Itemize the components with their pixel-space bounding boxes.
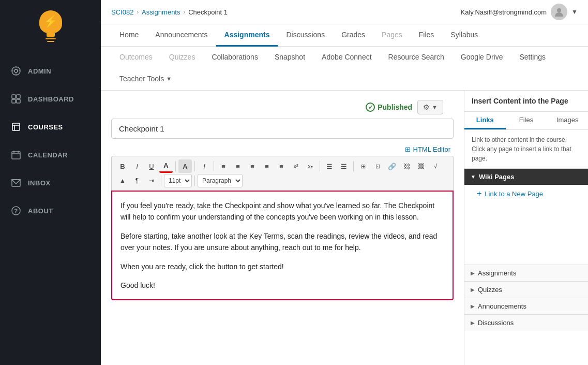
superscript-button[interactable]: x²	[289, 159, 303, 173]
subscript-button[interactable]: x₂	[304, 159, 317, 173]
tab-grades[interactable]: Grades	[333, 24, 373, 47]
editor-body[interactable]: If you feel you're ready, take the Check…	[111, 191, 454, 300]
quizzes-arrow-icon: ▶	[471, 287, 475, 293]
sidebar-item-inbox[interactable]: INBOX	[0, 169, 101, 197]
sidebar-item-admin[interactable]: ADMIN	[0, 57, 101, 85]
bold-button[interactable]: B	[116, 159, 129, 173]
tab-snapshot[interactable]: Snapshot	[266, 47, 313, 69]
sidebar-item-label: INBOX	[28, 179, 51, 187]
new-page-link[interactable]: + Link to a New Page	[464, 185, 588, 202]
sidebar-item-dashboard[interactable]: DASHBOARD	[0, 85, 101, 113]
tab-assignments[interactable]: Assignments	[216, 24, 278, 47]
indent-button[interactable]: ≡	[260, 159, 274, 173]
svg-rect-8	[12, 99, 16, 103]
paragraph-style-select[interactable]: Paragraph	[198, 174, 243, 187]
assignment-title-input[interactable]	[111, 119, 454, 139]
discussions-arrow-icon: ▶	[471, 320, 475, 326]
editor-paragraph-1: If you feel you're ready, take the Check…	[120, 200, 444, 223]
editor-toolbar: B I U A A I ≡ ≡ ≡ ≡ ≡ x² x₂ ☰ ☰ ⊞	[111, 156, 454, 191]
announcements-section-collapse[interactable]: ▶ Announcements	[464, 298, 588, 314]
text-color-button[interactable]: A	[159, 159, 173, 173]
right-tab-images[interactable]: Images	[547, 112, 588, 129]
content-area: ✓ Published ⚙ ▼ ⊞ HTML Editor B I	[101, 91, 588, 365]
tab-announcements[interactable]: Announcements	[147, 24, 216, 47]
app-logo: ⚡	[35, 5, 66, 47]
tab-discussions[interactable]: Discussions	[278, 24, 333, 47]
primary-nav: Home Announcements Assignments Discussio…	[101, 24, 588, 47]
tab-syllabus[interactable]: Syllabus	[442, 24, 486, 47]
italic2-button[interactable]: I	[198, 159, 211, 173]
wiki-pages-arrow-icon: ▼	[471, 174, 476, 180]
italic-button[interactable]: I	[130, 159, 144, 173]
breadcrumb-section[interactable]: Assignments	[142, 8, 180, 16]
sidebar-item-calendar[interactable]: CALENDAR	[0, 141, 101, 169]
toolbar-separator	[161, 176, 161, 186]
outdent-button[interactable]: ≡	[275, 159, 288, 173]
font-size-select[interactable]: 11pt	[164, 174, 192, 187]
tab-settings[interactable]: Settings	[511, 47, 554, 69]
tab-teacher-tools[interactable]: Teacher Tools ▼	[111, 68, 180, 91]
logo-bolt-icon: ⚡	[43, 15, 57, 28]
secondary-nav: Outcomes Quizzes Collaborations Snapshot…	[101, 47, 588, 91]
unlink-button[interactable]: ⛓	[400, 159, 413, 173]
sidebar-item-label: COURSES	[28, 123, 63, 131]
html-editor-button[interactable]: ⊞ HTML Editor	[402, 144, 454, 155]
align-left-button[interactable]: ≡	[217, 159, 230, 173]
tab-collaborations[interactable]: Collaborations	[203, 47, 266, 69]
paragraph-dir-button[interactable]: ¶	[130, 174, 144, 187]
svg-rect-6	[12, 95, 16, 98]
logo-bulb-icon: ⚡	[39, 10, 62, 33]
user-bar: Kaly.Nasiff@strongmind.com ▼	[461, 4, 578, 20]
list-ordered-button[interactable]: ☰	[337, 159, 351, 173]
toolbar-separator	[214, 161, 214, 171]
html-editor-label: HTML Editor	[413, 145, 450, 153]
list-unordered-button[interactable]: ☰	[323, 159, 336, 173]
published-label: Published	[378, 103, 412, 111]
right-tab-links[interactable]: Links	[464, 112, 506, 129]
underline-button[interactable]: U	[145, 159, 158, 173]
svg-rect-10	[12, 123, 20, 130]
logo-line	[47, 41, 54, 42]
breadcrumb-sep-1: ›	[137, 9, 139, 15]
discussions-section-collapse[interactable]: ▶ Discussions	[464, 314, 588, 331]
assignments-section-label: Assignments	[478, 269, 516, 277]
editor-section: ✓ Published ⚙ ▼ ⊞ HTML Editor B I	[101, 91, 464, 365]
tab-resource-search[interactable]: Resource Search	[380, 47, 453, 69]
tab-adobe-connect[interactable]: Adobe Connect	[313, 47, 380, 69]
assignments-section-collapse[interactable]: ▶ Assignments	[464, 265, 588, 281]
align-center-button[interactable]: ≡	[231, 159, 245, 173]
image-button[interactable]: 🖼	[414, 159, 428, 173]
sidebar-item-about[interactable]: ? ABOUT	[0, 197, 101, 225]
bg-color-button[interactable]: A	[178, 159, 192, 173]
new-page-label: Link to a New Page	[485, 190, 543, 198]
breadcrumb-course[interactable]: SCI082	[111, 8, 133, 16]
published-badge[interactable]: ✓ Published	[366, 103, 412, 112]
table-button[interactable]: ⊞	[356, 159, 370, 173]
gear-settings-button[interactable]: ⚙ ▼	[417, 100, 443, 114]
right-tab-files[interactable]: Files	[506, 112, 547, 129]
tab-files[interactable]: Files	[411, 24, 443, 47]
align-right-button[interactable]: ≡	[246, 159, 259, 173]
avatar[interactable]	[551, 4, 567, 20]
wiki-pages-section[interactable]: ▼ Wiki Pages	[464, 169, 588, 185]
tab-home[interactable]: Home	[111, 24, 147, 47]
gdrive-button[interactable]: ▲	[116, 174, 129, 187]
media-button[interactable]: ⊡	[371, 159, 384, 173]
toolbar-separator	[175, 161, 176, 171]
logo-lines	[46, 38, 56, 42]
formula-button[interactable]: √	[429, 159, 442, 173]
tab-google-drive[interactable]: Google Drive	[453, 47, 511, 69]
inbox-icon	[10, 177, 22, 188]
teacher-tools-chevron-icon: ▼	[166, 76, 172, 82]
quizzes-section-collapse[interactable]: ▶ Quizzes	[464, 281, 588, 298]
calendar-icon	[10, 149, 22, 160]
svg-rect-13	[12, 152, 20, 159]
editor-paragraph-2: Before starting, take another look at th…	[120, 230, 444, 254]
breadcrumb-bar: SCI082 › Assignments › Checkpoint 1 Kaly…	[101, 0, 588, 24]
svg-text:?: ?	[14, 208, 18, 215]
sidebar-item-courses[interactable]: COURSES	[0, 113, 101, 141]
user-menu-chevron[interactable]: ▼	[571, 8, 578, 16]
indent-dir-button[interactable]: ⇥	[145, 174, 158, 187]
link-button[interactable]: 🔗	[385, 159, 399, 173]
sidebar-nav: ADMIN DASHBOARD COURSES	[0, 57, 101, 225]
